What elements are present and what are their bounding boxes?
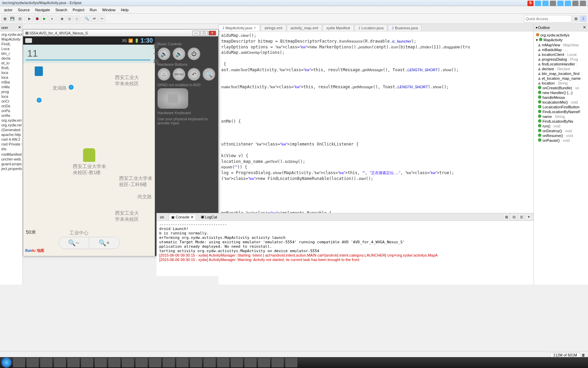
new-pkg-icon[interactable]: ◎	[66, 15, 73, 22]
menu-button[interactable]: MENU	[173, 68, 185, 81]
tree-item[interactable]: onPa	[1, 108, 22, 113]
tree-item[interactable]: (Generated Ja	[1, 127, 22, 132]
taskbar-app[interactable]	[67, 358, 80, 367]
map-canvas[interactable]: 龙湖路 西安工业大 学未央校区 西安工业大学未 央校区-教1楼 西安工业大学未 …	[23, 63, 155, 256]
tree-item[interactable]: onCr	[1, 99, 22, 104]
map-marker[interactable]	[35, 66, 43, 76]
console-tool-icon[interactable]: ▦	[503, 214, 510, 220]
taskbar-app[interactable]	[203, 358, 216, 367]
console-tool-icon[interactable]: ▤	[510, 214, 517, 220]
outline-item[interactable]: run() : void	[535, 124, 587, 128]
editor-tab[interactable]: strings.xml	[261, 25, 286, 31]
search-button[interactable]: 搜一搜	[153, 45, 159, 63]
tree-item[interactable]: loca	[1, 75, 22, 80]
tree-item[interactable]: prog	[1, 89, 22, 94]
taskbar-app[interactable]	[272, 358, 284, 367]
tree-item[interactable]: mMa	[1, 85, 22, 89]
java-perspective-icon[interactable]: J	[580, 15, 587, 22]
tray-icon[interactable]	[557, 1, 564, 6]
console-tab[interactable]: ▣ Console ✕	[169, 214, 196, 220]
start-button[interactable]	[1, 357, 12, 368]
back-button[interactable]: ↶	[187, 68, 200, 81]
home-button[interactable]: ⌂	[158, 68, 170, 81]
outline-item[interactable]: handleMessa	[535, 95, 587, 100]
outline-item[interactable]: onCreate(Bundle) : vo	[535, 86, 587, 90]
quick-access-input[interactable]	[524, 15, 572, 22]
build-icon[interactable]: ▶	[26, 15, 33, 22]
editor-tab[interactable]: JMapActivity.java✕	[218, 25, 260, 31]
outline-item[interactable]: onPause() : void	[535, 138, 587, 143]
taskbar-app[interactable]	[285, 358, 297, 367]
tree-item[interactable]: btn_r	[1, 51, 22, 56]
nav-icon[interactable]: ↪	[98, 15, 105, 22]
package-tree[interactable]: org.xydw.activiMapActivityFindLLocabtn_r…	[0, 31, 22, 172]
run-icon[interactable]: ▶	[41, 15, 48, 22]
menu-item[interactable]: Navigate	[32, 7, 52, 13]
tree-item[interactable]: loca	[1, 94, 22, 99]
tree-item[interactable]: FindL	[1, 42, 22, 46]
outline-item[interactable]: localcationMe() : void	[535, 100, 587, 105]
outline-item[interactable]: FindLocationByNameF	[535, 109, 587, 114]
tree-item[interactable]: guard-project.	[1, 162, 22, 166]
menu-item[interactable]: Search	[53, 7, 70, 13]
tree-item[interactable]: MapActivity	[1, 37, 22, 42]
taskbar-app[interactable]	[190, 358, 202, 367]
tree-item[interactable]: loca	[1, 70, 22, 75]
taskbar-app[interactable]	[244, 358, 257, 367]
editor-tab[interactable]: JLocation.java	[355, 25, 387, 31]
taskbar-app[interactable]	[135, 358, 148, 367]
tray-icon[interactable]	[572, 1, 578, 6]
nav-icon[interactable]: ⇄	[91, 15, 98, 22]
menu-item[interactable]: Run	[87, 7, 99, 13]
taskbar-app[interactable]	[108, 358, 120, 367]
tree-item[interactable]: org.xydw.activi	[1, 32, 22, 37]
tree-item[interactable]: ject.properties	[1, 166, 22, 171]
vol-down-button[interactable]: 🔉	[158, 47, 170, 60]
tree-item[interactable]: ets	[1, 147, 22, 151]
taskbar-app[interactable]	[176, 358, 189, 367]
outline-item[interactable]: LocalcationFindButton	[535, 105, 587, 109]
taskbar-app[interactable]	[163, 358, 175, 367]
outline-item[interactable]: mBaiduMap : ...	[535, 47, 587, 52]
editor-tab[interactable]: activity_map.xml	[287, 25, 322, 31]
tray-icon[interactable]	[580, 1, 586, 6]
outline-item[interactable]: btn_map_location_find :	[535, 71, 587, 76]
outline-item[interactable]: locationClient : Locat	[535, 52, 587, 57]
menu-item[interactable]: Help	[118, 7, 131, 13]
outline-item[interactable]: FindLocationByNa	[535, 119, 587, 124]
tree-item[interactable]: apache.http	[1, 132, 22, 137]
tree-item[interactable]: org.xydw.net	[1, 123, 22, 127]
console-output[interactable]: ------------------------------ droid Lau…	[157, 221, 534, 275]
outline-item[interactable]: onResume() : void	[535, 133, 587, 138]
console-tool-icon[interactable]: ▼	[525, 214, 532, 220]
taskbar-app[interactable]	[217, 358, 229, 367]
close-button[interactable]: ✕	[209, 31, 216, 35]
taskbar-app[interactable]	[81, 358, 93, 367]
outline-item[interactable]: mMapView : MapView	[535, 43, 587, 47]
save-icon[interactable]: 💾	[9, 15, 16, 22]
tree-item[interactable]: decla	[1, 56, 22, 61]
zoom-out-button[interactable]: 🔍−	[59, 237, 89, 249]
tree-item[interactable]: Loca	[1, 46, 22, 51]
taskbar-app[interactable]	[27, 358, 39, 367]
outline-tree[interactable]: org.xydw.activitys ▾ MapActivity mMapVie…	[534, 31, 588, 144]
outline-item[interactable]: location : String	[535, 81, 587, 86]
editor-tab[interactable]: xydw Manifest	[323, 25, 354, 31]
console-tab[interactable]: ▣ LogCat	[199, 214, 219, 220]
taskbar-app[interactable]	[149, 358, 161, 367]
outline-item[interactable]: name : String	[535, 114, 587, 119]
open-type-icon[interactable]: ◇	[74, 15, 80, 22]
tree-item[interactable]: onRe	[1, 113, 22, 118]
minimize-button[interactable]: —	[192, 31, 200, 35]
tree-item[interactable]: roidManifest.x	[1, 152, 22, 157]
debug-icon[interactable]: 🐞	[34, 15, 40, 22]
perspective-icon[interactable]: ▦	[572, 15, 579, 22]
menu-item[interactable]: Source	[15, 7, 32, 13]
tree-item[interactable]: et_lo	[1, 61, 22, 65]
editor-tab[interactable]: JBusiness.java	[388, 25, 422, 31]
outline-item[interactable]: progressDialog : Prog	[535, 57, 587, 62]
taskbar-app[interactable]	[122, 358, 134, 367]
tree-item[interactable]: findL	[1, 65, 22, 70]
console-tool-icon[interactable]: ▥	[518, 214, 525, 220]
power-button[interactable]: ⏻	[187, 47, 200, 60]
